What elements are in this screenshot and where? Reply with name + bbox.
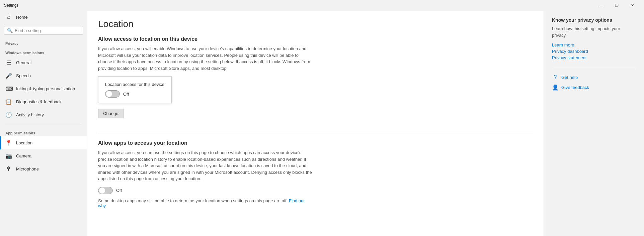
footer-note: Some desktop apps may still be able to d… [98, 198, 312, 208]
change-button[interactable]: Change [98, 109, 124, 118]
get-help-icon: ? [552, 74, 559, 81]
home-icon: ⌂ [5, 14, 12, 20]
app-title: Settings [4, 3, 18, 8]
give-feedback-icon: 👤 [552, 84, 559, 91]
device-access-description: If you allow access, you will enable Win… [98, 45, 312, 72]
sidebar-speech-label: Speech [16, 73, 31, 78]
sidebar-activity-label: Activity history [16, 112, 44, 117]
learn-more-link[interactable]: Learn more [552, 42, 636, 47]
sidebar-search-container: 🔍 [4, 26, 83, 35]
sidebar-divider [5, 124, 82, 124]
get-help-link[interactable]: Get help [561, 75, 578, 80]
sidebar-location-label: Location [16, 140, 32, 145]
page-title: Location [98, 19, 533, 29]
sidebar-microphone-label: Microphone [16, 166, 39, 171]
apps-toggle-label: Off [116, 188, 122, 193]
sidebar-diagnostics-label: Diagnostics & feedback [16, 99, 62, 104]
app-body: ⌂ Home 🔍 Privacy Windows permissions ☰ G… [0, 11, 644, 236]
search-icon: 🔍 [7, 28, 13, 33]
activity-icon: 🕐 [5, 112, 12, 118]
apps-toggle-knob [99, 188, 105, 194]
section-separator [98, 133, 533, 133]
apps-access-title: Allow apps to access your location [98, 140, 533, 146]
sidebar-item-speech[interactable]: 🎤 Speech [0, 69, 87, 82]
device-access-toggle[interactable] [105, 90, 120, 98]
device-toggle-knob [106, 91, 112, 97]
apps-access-toggle[interactable] [98, 187, 113, 194]
sidebar-item-location[interactable]: 📍 Location [0, 136, 87, 149]
popup-title: Location access for this device [105, 82, 165, 87]
privacy-dashboard-link[interactable]: Privacy dashboard [552, 49, 636, 54]
inking-icon: ⌨ [5, 86, 12, 92]
sidebar-inking-label: Inking & typing personalization [16, 86, 75, 91]
title-bar-controls: — ❐ ✕ [594, 0, 640, 11]
footer-note-text: Some desktop apps may still be able to d… [98, 198, 288, 203]
right-panel-desc: Learn how this setting impacts your priv… [552, 25, 636, 38]
minimize-button[interactable]: — [594, 0, 609, 11]
restore-button[interactable]: ❐ [609, 0, 625, 11]
get-help-action[interactable]: ? Get help [552, 74, 636, 81]
sidebar-home-label: Home [16, 15, 28, 20]
sidebar-item-inking[interactable]: ⌨ Inking & typing personalization [0, 82, 87, 95]
sidebar-item-microphone[interactable]: 🎙 Microphone [0, 162, 87, 175]
sidebar-item-home[interactable]: ⌂ Home [0, 11, 87, 23]
app-permissions-label: App permissions [0, 127, 87, 136]
title-bar: Settings — ❐ ✕ [0, 0, 644, 11]
sidebar: ⌂ Home 🔍 Privacy Windows permissions ☰ G… [0, 11, 87, 236]
general-icon: ☰ [5, 60, 12, 66]
sidebar-item-general[interactable]: ☰ General [0, 56, 87, 69]
popup-toggle-row: Off [105, 90, 165, 98]
diagnostics-icon: 📋 [5, 99, 12, 105]
location-icon: 📍 [5, 140, 12, 146]
close-button[interactable]: ✕ [625, 0, 640, 11]
speech-icon: 🎤 [5, 73, 12, 79]
right-panel: Know your privacy options Learn how this… [544, 11, 644, 236]
apps-access-description: If you allow access, you can use the set… [98, 149, 312, 182]
sidebar-camera-label: Camera [16, 153, 31, 158]
search-input[interactable] [15, 28, 80, 33]
privacy-statement-link[interactable]: Privacy statement [552, 55, 636, 60]
main-content: Location Allow access to location on thi… [87, 11, 544, 236]
sidebar-item-diagnostics[interactable]: 📋 Diagnostics & feedback [0, 95, 87, 108]
device-access-title: Allow access to location on this device [98, 36, 533, 42]
give-feedback-link[interactable]: Give feedback [561, 85, 589, 90]
sidebar-item-camera[interactable]: 📷 Camera [0, 149, 87, 162]
microphone-icon: 🎙 [5, 166, 12, 172]
sidebar-item-activity[interactable]: 🕐 Activity history [0, 108, 87, 121]
give-feedback-action[interactable]: 👤 Give feedback [552, 84, 636, 91]
device-toggle-label: Off [123, 92, 129, 97]
camera-icon: 📷 [5, 153, 12, 159]
apps-toggle-row: Off [98, 187, 533, 194]
right-panel-title: Know your privacy options [552, 17, 636, 23]
windows-permissions-label: Windows permissions [0, 47, 87, 56]
sidebar-general-label: General [16, 60, 31, 65]
title-bar-left: Settings [4, 3, 18, 8]
privacy-section-label: Privacy [0, 37, 87, 47]
location-popup: Location access for this device Off [98, 76, 172, 103]
right-panel-divider [552, 67, 636, 67]
